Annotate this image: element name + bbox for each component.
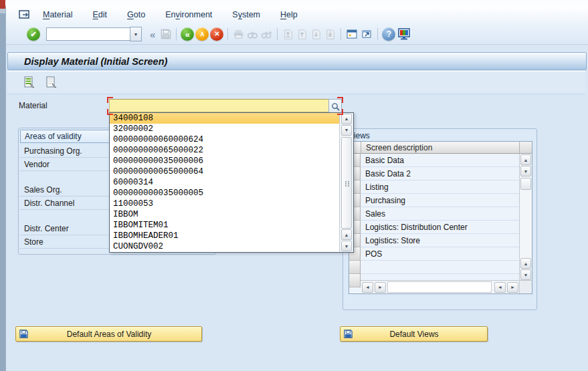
scroll-right-icon[interactable]: ► (375, 282, 386, 293)
dropdown-item[interactable]: 000000000065000022 (110, 145, 340, 156)
table-row[interactable]: Purchasing (349, 194, 520, 207)
create-shortcut-icon[interactable] (360, 27, 373, 41)
table-row[interactable]: POS (349, 247, 520, 261)
table-row[interactable]: Listing (349, 180, 520, 194)
last-page-icon[interactable] (324, 27, 336, 41)
menu-bar: MaterialEditGotoEnvironmentSystemHelp (6, 5, 588, 25)
dropdown-item[interactable]: CUONGDV002 (110, 241, 340, 252)
scroll-left-icon[interactable]: ◄ (494, 282, 506, 293)
standard-toolbar: ✔ ▼ « « ∧ ✕ (6, 24, 588, 45)
previous-page-icon[interactable] (296, 27, 308, 41)
help-icon[interactable]: ? (382, 27, 395, 41)
customize-layout-icon[interactable] (397, 27, 411, 41)
page-title: Display Material (Initial Screen) (8, 56, 167, 67)
screen-title-band: Display Material (Initial Screen) (7, 52, 587, 70)
default-views-button[interactable]: Default Views (340, 326, 488, 342)
table-row[interactable]: Basic Data 2 (349, 167, 520, 180)
focus-corner (107, 97, 113, 103)
column-header[interactable]: Screen description (361, 142, 519, 154)
view-row-label: Listing (361, 180, 520, 193)
table-row[interactable]: Logistics: Distribution Center (349, 221, 520, 234)
exit-button[interactable]: ∧ (195, 27, 209, 41)
button-label: Default Areas of Validity (29, 330, 189, 339)
find-next-icon[interactable] (260, 27, 273, 41)
table-row[interactable]: Sales (349, 207, 520, 221)
dropdown-item[interactable]: 11000053 (110, 199, 340, 209)
command-field-dropdown-icon[interactable]: ▼ (130, 27, 142, 41)
scroll-down-icon[interactable]: ▼ (520, 166, 531, 176)
table-row[interactable]: Logistics: Store (349, 234, 520, 247)
application-toolbar (7, 71, 585, 94)
dropdown-item[interactable]: 000000000060000624 (110, 134, 340, 145)
scroll-up-icon[interactable]: ▲ (520, 154, 531, 165)
find-icon[interactable] (246, 27, 259, 41)
collapse-toolbar-icon[interactable]: « (150, 29, 155, 40)
enter-button[interactable]: ✔ (27, 27, 40, 41)
scroll-down-icon[interactable]: ▼ (341, 241, 352, 251)
table-row[interactable]: Basic Data (349, 154, 520, 167)
first-page-icon[interactable] (282, 27, 294, 41)
select-views-icon[interactable] (22, 76, 37, 90)
view-row-label: POS (361, 247, 520, 260)
scroll-track[interactable] (387, 281, 492, 293)
dropdown-item[interactable]: 60000314 (110, 177, 340, 188)
dropdown-item[interactable]: 000000000035000005 (110, 188, 340, 199)
cancel-button[interactable]: ✕ (210, 27, 223, 41)
views-vertical-scrollbar[interactable]: ▲ ▼ ▲ ▼ (519, 154, 532, 281)
material-input[interactable] (109, 99, 330, 112)
save-button[interactable] (160, 27, 172, 41)
scroll-right-icon[interactable]: ► (507, 282, 518, 293)
save-disk-icon (343, 329, 353, 339)
dropdown-item[interactable]: IBBOM (110, 209, 340, 220)
material-label: Material (19, 101, 47, 110)
menu-item[interactable]: Edit (92, 8, 107, 21)
save-disk-icon (19, 329, 29, 339)
scroll-down-icon[interactable]: ▼ (520, 269, 531, 280)
print-icon[interactable] (232, 27, 245, 41)
scroll-up-icon[interactable]: ▲ (520, 258, 531, 269)
dropdown-item[interactable]: 000000000065000064 (110, 166, 340, 177)
dropdown-item[interactable]: 000000000035000006 (110, 156, 340, 166)
dropdown-item[interactable]: IBBOMITEM01 (110, 220, 340, 231)
focus-corner (107, 109, 113, 115)
scroll-thumb[interactable] (341, 137, 352, 229)
menu-item[interactable]: Environment (165, 8, 212, 21)
table-row-empty[interactable] (349, 261, 520, 274)
row-selector[interactable] (349, 274, 361, 287)
menu-items: MaterialEditGotoEnvironmentSystemHelp (43, 8, 318, 21)
system-menu-icon[interactable] (19, 10, 32, 20)
dropdown-item[interactable]: IBBOMHEADER01 (110, 231, 340, 241)
command-field-input[interactable] (46, 27, 130, 41)
view-row-label: Purchasing (361, 194, 520, 207)
thumb-grip (345, 180, 350, 187)
menu-item[interactable]: Help (280, 8, 298, 21)
views-horizontal-scrollbar[interactable]: ◄ ► ◄ ► (361, 280, 520, 293)
scroll-left-icon[interactable]: ◄ (362, 282, 373, 293)
views-table: Screen description Basic Data Basic Data… (349, 141, 532, 294)
scroll-down-icon[interactable]: ▼ (341, 125, 352, 136)
new-session-icon[interactable] (345, 27, 359, 41)
material-history-dropdown: 3400010832000002000000000060000624000000… (109, 112, 354, 253)
menu-item[interactable]: Material (43, 8, 72, 21)
view-row-label: Logistics: Store (361, 234, 520, 247)
next-page-icon[interactable] (310, 27, 322, 41)
background-window-strip (0, 0, 5, 371)
scroll-thumb[interactable] (520, 178, 531, 190)
dropdown-scrollbar[interactable]: ▲ ▼ ▲ ▼ (339, 113, 353, 252)
scroll-up-icon[interactable]: ▲ (341, 229, 352, 240)
row-selector[interactable] (349, 261, 361, 274)
views-table-body: Basic Data Basic Data 2 Listing Purchasi… (349, 154, 520, 281)
default-areas-of-validity-button[interactable]: Default Areas of Validity (15, 326, 202, 342)
dropdown-item[interactable]: 34000108 (110, 113, 340, 124)
organizational-levels-icon[interactable] (44, 76, 59, 90)
material-history-list: 3400010832000002000000000060000624000000… (110, 113, 340, 252)
menu-item[interactable]: Goto (127, 8, 145, 21)
back-button[interactable]: « (181, 27, 194, 41)
view-row-label: Logistics: Distribution Center (361, 221, 520, 233)
view-row-label: Sales (361, 207, 520, 220)
menu-item[interactable]: System (232, 8, 260, 21)
scroll-up-icon[interactable]: ▲ (341, 114, 352, 124)
command-field-wrap: ▼ (46, 27, 142, 41)
button-label: Default Views (353, 330, 475, 339)
dropdown-item[interactable]: 32000002 (110, 124, 340, 134)
